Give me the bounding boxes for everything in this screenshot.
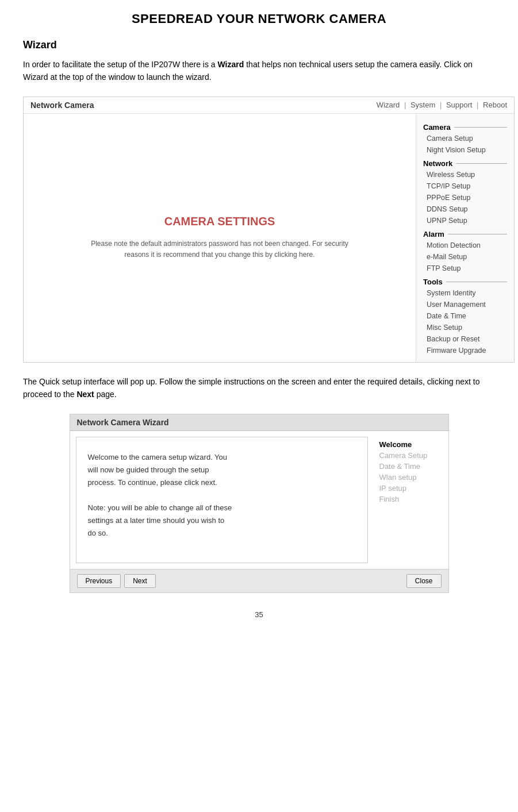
cam-ui-body: CAMERA SETTINGS Please note the default … xyxy=(24,114,514,362)
sidebar-item-firmware[interactable]: Firmware Upgrade xyxy=(416,345,514,356)
wizard-ui-body: Welcome to the camera setup wizard. You … xyxy=(70,431,448,569)
between-text-bold: Next xyxy=(76,390,94,399)
wizard-text-3: process. To continue, please click next. xyxy=(88,476,356,489)
sidebar-item-usermgmt[interactable]: User Management xyxy=(416,299,514,310)
sidebar-section-network: Network xyxy=(416,156,514,169)
between-text-part2: page. xyxy=(94,390,117,399)
nav-wizard[interactable]: Wizard xyxy=(377,101,400,109)
cam-main-text-part2: reasons it is recommend that you change … xyxy=(125,251,299,259)
cam-main-link[interactable]: here xyxy=(299,251,313,259)
intro-bold: Wizard xyxy=(218,60,244,69)
sidebar-item-backup[interactable]: Backup or Reset xyxy=(416,333,514,345)
sidebar-item-sysid[interactable]: System Identity xyxy=(416,287,514,299)
cam-ui-brand: Network Camera xyxy=(30,101,94,110)
wizard-main-content: Welcome to the camera setup wizard. You … xyxy=(76,437,368,563)
next-button[interactable]: Next xyxy=(124,574,156,588)
wizard-footer-left: Previous Next xyxy=(77,574,156,588)
wizard-footer: Previous Next Close xyxy=(70,569,448,592)
cam-sidebar: Camera Camera Setup Night Vision Setup N… xyxy=(416,114,514,362)
wizard-text-6: settings at a later time should you wish… xyxy=(88,514,356,527)
cam-main-text-part1: Please note the default administrators p… xyxy=(91,240,348,248)
wizard-text-2: will now be guided through the setup xyxy=(88,464,356,476)
wizard-step-finish: Finish xyxy=(379,494,443,505)
close-button[interactable]: Close xyxy=(406,574,442,588)
sidebar-item-tcpip[interactable]: TCP/IP Setup xyxy=(416,180,514,192)
sidebar-item-datetime[interactable]: Date & Time xyxy=(416,310,514,322)
cam-main-text-part3: . xyxy=(313,251,314,259)
cam-main-title: CAMERA SETTINGS xyxy=(164,215,275,228)
sidebar-item-email[interactable]: e-Mail Setup xyxy=(416,251,514,263)
sidebar-section-tools: Tools xyxy=(416,274,514,287)
intro-text-part1: In order to facilitate the setup of the … xyxy=(23,60,218,69)
wizard-ui-header: Network Camera Wizard xyxy=(70,414,448,431)
sidebar-item-ddns[interactable]: DDNS Setup xyxy=(416,203,514,215)
wizard-text-1: Welcome to the camera setup wizard. You xyxy=(88,451,356,464)
wizard-ui-screenshot: Network Camera Wizard Welcome to the cam… xyxy=(70,414,449,593)
wizard-steps-panel: Welcome Camera Setup Date & Time Wlan se… xyxy=(374,431,448,569)
wizard-step-wlan: Wlan setup xyxy=(379,472,443,483)
cam-main-content: CAMERA SETTINGS Please note the default … xyxy=(24,114,416,362)
wizard-text-4 xyxy=(88,489,356,502)
intro-paragraph: In order to facilitate the setup of the … xyxy=(23,58,495,84)
sidebar-item-misc[interactable]: Misc Setup xyxy=(416,322,514,333)
sidebar-section-camera: Camera xyxy=(416,120,514,133)
wizard-step-datetime: Date & Time xyxy=(379,461,443,472)
sidebar-item-motion[interactable]: Motion Detection xyxy=(416,240,514,251)
sidebar-item-camera-setup[interactable]: Camera Setup xyxy=(416,133,514,144)
sidebar-item-night-vision[interactable]: Night Vision Setup xyxy=(416,144,514,156)
cam-ui-header: Network Camera Wizard | System | Support… xyxy=(24,97,514,114)
camera-ui-screenshot: Network Camera Wizard | System | Support… xyxy=(23,97,515,363)
wizard-step-ip: IP setup xyxy=(379,483,443,494)
cam-ui-nav: Wizard | System | Support | Reboot xyxy=(377,101,507,109)
sidebar-item-pppoe[interactable]: PPPoE Setup xyxy=(416,192,514,203)
wizard-heading: Wizard xyxy=(23,39,495,51)
nav-reboot[interactable]: Reboot xyxy=(483,101,507,109)
nav-support[interactable]: Support xyxy=(446,101,473,109)
wizard-step-camera: Camera Setup xyxy=(379,450,443,461)
sidebar-section-alarm: Alarm xyxy=(416,226,514,240)
nav-system[interactable]: System xyxy=(410,101,435,109)
wizard-text-7: do so. xyxy=(88,527,356,540)
cam-main-text: Please note the default administrators p… xyxy=(91,238,348,260)
page-title: SPEEDREAD YOUR NETWORK CAMERA xyxy=(23,11,495,26)
sidebar-item-ftp[interactable]: FTP Setup xyxy=(416,263,514,274)
previous-button[interactable]: Previous xyxy=(77,574,121,588)
wizard-text-5: Note: you will be able to change all of … xyxy=(88,502,356,514)
sidebar-item-upnp[interactable]: UPNP Setup xyxy=(416,215,514,226)
between-paragraph: The Quick setup interface will pop up. F… xyxy=(23,375,495,401)
sidebar-item-wireless[interactable]: Wireless Setup xyxy=(416,169,514,180)
page-number: 35 xyxy=(23,610,495,619)
wizard-step-welcome: Welcome xyxy=(379,439,443,450)
